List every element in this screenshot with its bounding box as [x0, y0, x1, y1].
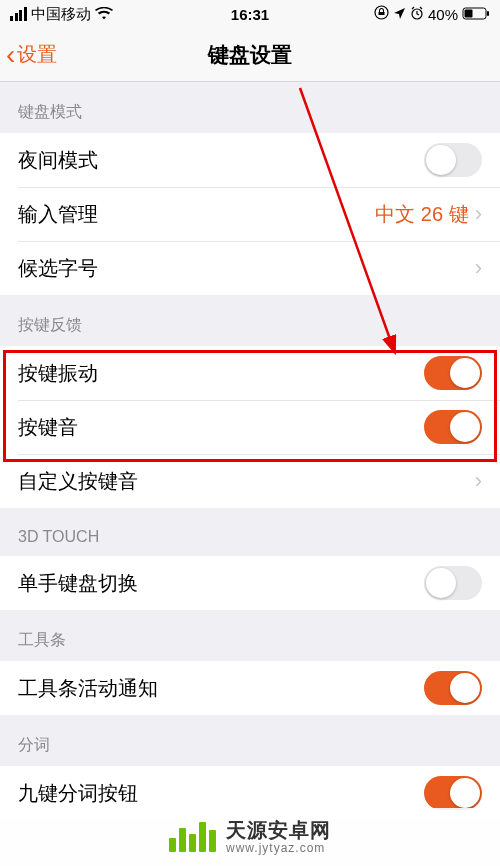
section-header-3dtouch: 3D TOUCH: [0, 508, 500, 556]
alarm-icon: [410, 6, 424, 23]
onehand-label: 单手键盘切换: [18, 570, 424, 597]
row-key-sound[interactable]: 按键音: [0, 400, 500, 454]
vibrate-label: 按键振动: [18, 360, 424, 387]
nav-bar: ‹ 设置 键盘设置: [0, 28, 500, 82]
ninekey-label: 九键分词按钮: [18, 780, 424, 807]
chevron-right-icon: ›: [475, 255, 482, 281]
wifi-icon: [95, 6, 113, 23]
sound-label: 按键音: [18, 414, 424, 441]
content-scroll[interactable]: 键盘模式 夜间模式 输入管理 中文 26 键 › 候选字号 › 按键反馈 按键振…: [0, 82, 500, 820]
input-mgmt-label: 输入管理: [18, 201, 375, 228]
status-time: 16:31: [231, 6, 269, 23]
battery-percent: 40%: [428, 6, 458, 23]
section-header-segment: 分词: [0, 715, 500, 766]
carrier-label: 中国移动: [31, 5, 91, 24]
sound-toggle[interactable]: [424, 410, 482, 444]
row-custom-sound[interactable]: 自定义按键音 ›: [0, 454, 500, 508]
status-left: 中国移动: [10, 5, 113, 24]
back-button[interactable]: ‹ 设置: [0, 41, 57, 69]
night-mode-toggle[interactable]: [424, 143, 482, 177]
row-candidate-size[interactable]: 候选字号 ›: [0, 241, 500, 295]
page-title: 键盘设置: [208, 41, 292, 69]
row-onehand[interactable]: 单手键盘切换: [0, 556, 500, 610]
watermark: 天源安卓网 www.jytyaz.com: [0, 808, 500, 866]
onehand-toggle[interactable]: [424, 566, 482, 600]
input-mgmt-value: 中文 26 键: [375, 201, 468, 228]
chevron-right-icon: ›: [475, 201, 482, 227]
back-label: 设置: [17, 41, 57, 68]
custom-sound-label: 自定义按键音: [18, 468, 475, 495]
candidate-label: 候选字号: [18, 255, 475, 282]
row-input-management[interactable]: 输入管理 中文 26 键 ›: [0, 187, 500, 241]
watermark-logo-icon: [169, 822, 216, 852]
svg-rect-4: [487, 11, 489, 16]
row-toolbar-activity[interactable]: 工具条活动通知: [0, 661, 500, 715]
row-key-vibrate[interactable]: 按键振动: [0, 346, 500, 400]
row-night-mode[interactable]: 夜间模式: [0, 133, 500, 187]
section-header-feedback: 按键反馈: [0, 295, 500, 346]
status-bar: 中国移动 16:31 40%: [0, 0, 500, 28]
chevron-right-icon: ›: [475, 468, 482, 494]
watermark-title: 天源安卓网: [226, 819, 331, 842]
status-right: 40%: [374, 5, 490, 23]
orientation-lock-icon: [374, 5, 389, 23]
location-icon: [393, 6, 406, 23]
ninekey-toggle[interactable]: [424, 776, 482, 810]
signal-icon: [10, 7, 27, 21]
vibrate-toggle[interactable]: [424, 356, 482, 390]
svg-rect-3: [465, 9, 473, 17]
toolbar-activity-label: 工具条活动通知: [18, 675, 424, 702]
battery-icon: [462, 6, 490, 23]
section-header-toolbar: 工具条: [0, 610, 500, 661]
toolbar-activity-toggle[interactable]: [424, 671, 482, 705]
chevron-left-icon: ‹: [6, 41, 15, 69]
section-header-mode: 键盘模式: [0, 82, 500, 133]
night-mode-label: 夜间模式: [18, 147, 424, 174]
watermark-url: www.jytyaz.com: [226, 842, 331, 856]
